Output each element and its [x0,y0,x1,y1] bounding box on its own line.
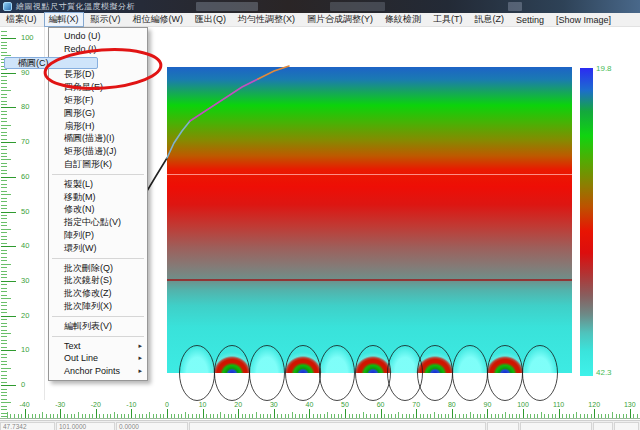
edit-menu-item[interactable]: 橢圓(描邊)(I) [49,132,147,145]
edit-menu-item[interactable]: 自訂圖形(K) [49,158,147,171]
ruler-label: 80 [21,102,29,111]
ruler-tick [1,316,16,317]
ruler-tick [1,90,11,91]
edit-menu-item-label: 複製(L) [64,179,93,189]
statusbar-cell: 47.7342 [0,422,55,430]
ruler-tick [21,414,22,418]
edit-menu-item[interactable]: 批次陣列(X) [49,300,147,313]
ruler-tick [64,414,65,418]
ruler-tick [1,333,11,334]
ruler-tick [281,414,282,418]
edit-menu-item[interactable]: Out Line▸ [49,352,147,365]
ruler-tick [260,414,261,418]
ruler-tick [1,350,16,351]
ruler-tick [1,38,16,39]
edit-menu-item[interactable]: Redo (I) [49,43,147,56]
ruler-label: 20 [234,401,242,408]
menubar-item[interactable]: 編輯(X) [44,12,84,27]
menu-separator [52,258,144,259]
edit-menu-item[interactable]: 環列(W) [49,242,147,255]
ruler-tick [203,409,204,418]
ruler-tick [633,414,634,418]
ruler-tick [121,414,122,418]
ruler-tick [498,414,499,418]
ruler-tick [619,414,620,418]
ruler-tick [1,305,7,306]
submenu-arrow-icon: ▸ [138,365,142,378]
ruler-tick [473,414,474,418]
edit-menu-item[interactable]: 編輯列表(V) [49,320,147,333]
ruler-tick [1,107,16,108]
menubar-item[interactable]: 顯示(V) [86,12,126,27]
menubar-item[interactable]: 工具(T) [428,12,468,27]
edit-menu-item[interactable]: Anchor Points▸ [49,365,147,378]
ruler-tick [1,281,16,282]
edit-menu-item[interactable]: 複製(L) [49,178,147,191]
menubar-item[interactable]: 訊息(Z) [470,12,510,27]
edit-menu-item-label: 橢圓(C) [18,58,49,68]
ruler-tick [1,309,7,310]
edit-menu-item[interactable]: 矩形(描邊)(J) [49,145,147,158]
menubar-item[interactable]: [Show Image] [551,14,616,26]
edit-menu-item-label: 矩形(F) [64,95,94,105]
edit-menu-item[interactable]: 移動(M) [49,191,147,204]
menubar-item[interactable]: 均勻性調整(X) [233,12,300,27]
ruler-tick [1,257,7,258]
edit-menu-item[interactable]: 批次刪除(Q) [49,262,147,275]
edit-menu-item-label: 修改(N) [64,204,95,214]
menubar-item[interactable]: 相位編修(W) [128,12,189,27]
ruler-tick [71,414,72,418]
ruler-tick [612,412,613,418]
edit-menu-item[interactable]: 批次修改(Z) [49,287,147,300]
ruler-tick [1,264,11,265]
edit-menu-item[interactable]: Undo (U) [49,30,147,43]
edit-menu-item[interactable]: 矩形(F) [49,94,147,107]
thermal-image[interactable] [167,67,572,373]
menubar-item[interactable]: 檔案(U) [1,12,42,27]
ruler-tick [270,414,271,418]
edit-menu-item[interactable]: 修改(N) [49,203,147,216]
ruler-tick [206,414,207,418]
ruler-tick [274,409,275,418]
edit-menu-item[interactable]: 指定中心點(V) [49,216,147,229]
ruler-tick [527,414,528,418]
ruler-tick [1,132,7,133]
edit-menu-item[interactable]: 陣列(P) [49,229,147,242]
edit-menu-item[interactable]: 長形(D) [49,68,147,81]
ruler-label: 120 [588,401,600,408]
ruler-tick [1,382,7,383]
edit-menu-item-label: 批次修改(Z) [64,288,112,298]
menubar-item[interactable]: Setting [511,14,549,26]
menubar-item[interactable]: 圖片合成調整(Y) [302,12,378,27]
colorbar-min-label: 42.3 [596,368,612,377]
edit-menu-item[interactable]: 扇形(H) [49,120,147,133]
horizontal-ruler: -40-30-20-100102030405060708090100110120… [0,400,640,420]
ruler-tick [1,194,11,195]
titlebar-highlight [330,2,385,11]
ruler-tick [228,414,229,418]
edit-menu-item[interactable]: 批次鏡射(S) [49,274,147,287]
ruler-tick [1,97,7,98]
ruler-tick [630,409,631,418]
edit-menu-item[interactable]: 圓形(G) [49,107,147,120]
edit-menu-item[interactable]: 四角星(E) [49,81,147,94]
edit-menu-item-label: 四角星(E) [64,82,103,92]
ruler-tick [1,135,7,136]
ruler-tick [324,414,325,418]
edit-menu-item[interactable]: Text▸ [49,340,147,353]
ruler-tick [1,184,7,185]
ruler-tick [242,414,243,418]
ruler-tick [601,414,602,418]
ruler-tick [512,414,513,418]
ruler-tick [295,414,296,418]
ruler-tick [1,323,7,324]
ruler-tick [1,312,7,313]
ruler-tick [1,246,16,247]
ruler-tick [85,414,86,418]
ruler-tick [566,414,567,418]
ruler-tick [452,409,453,418]
menubar-item[interactable]: 條紋檢測 [380,12,426,27]
ruler-tick [1,31,7,32]
ruler-label: 80 [448,401,456,408]
menubar-item[interactable]: 匯出(Q) [190,12,231,27]
